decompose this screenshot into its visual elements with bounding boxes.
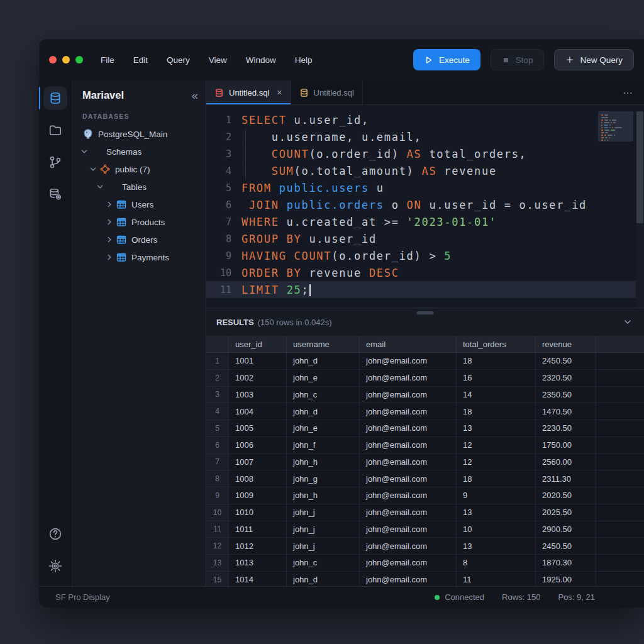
menu-item-view[interactable]: View <box>209 55 227 65</box>
close-tab-icon[interactable]: × <box>277 87 282 97</box>
cell-user_id[interactable]: 1006 <box>229 437 287 453</box>
table-row[interactable]: 121012john_jjohn@email.com132450.50 <box>206 538 644 555</box>
cell-total_orders[interactable]: 16 <box>457 370 536 386</box>
cell-total_orders[interactable]: 13 <box>457 420 536 436</box>
minimize-window-button[interactable] <box>62 56 70 64</box>
cell-username[interactable]: john_d <box>287 572 360 586</box>
new-query-button[interactable]: New Query <box>554 49 634 70</box>
cell-user_id[interactable]: 1009 <box>229 487 287 504</box>
cell-username[interactable]: john_c <box>287 387 360 403</box>
table-row[interactable]: 11001john_djohn@email.com182450.50 <box>206 353 644 370</box>
execute-button[interactable]: Execute <box>413 49 480 70</box>
cell-email[interactable]: john@email.com <box>360 387 457 403</box>
rail-item-database-settings-icon[interactable] <box>43 182 67 206</box>
cell-total_orders[interactable]: 12 <box>457 437 536 453</box>
cell-revenue[interactable]: 1870.30 <box>536 555 596 571</box>
cell-email[interactable]: john@email.com <box>360 487 457 504</box>
chevron-down-icon[interactable] <box>80 147 89 156</box>
code-line-7[interactable]: 7WHERE u.created_at >= '2023-01-01' <box>206 213 644 230</box>
sql-editor[interactable]: 1SELECT u.user_id,2 u.username, u.email,… <box>206 105 644 308</box>
code-line-10[interactable]: 10ORDER BY revenue DESC <box>206 264 644 281</box>
collapse-sidebar-icon[interactable]: « <box>191 89 197 101</box>
table-row[interactable]: 101010john_jjohn@email.com132025.50 <box>206 504 644 521</box>
menu-item-help[interactable]: Help <box>295 55 313 65</box>
cell-user_id[interactable]: 1004 <box>229 403 287 419</box>
tree-item-payments[interactable]: Payments <box>72 248 206 266</box>
cell-user_id[interactable]: 1002 <box>229 370 287 386</box>
panel-resize-handle[interactable] <box>417 311 434 314</box>
cell-email[interactable]: john@email.com <box>360 353 457 369</box>
cell-email[interactable]: john@email.com <box>360 454 457 470</box>
cell-user_id[interactable]: 1014 <box>229 572 287 586</box>
code-line-5[interactable]: 5FROM public.users u <box>206 179 644 196</box>
tree-item-orders[interactable]: Orders <box>72 231 206 248</box>
cell-user_id[interactable]: 1005 <box>229 420 287 436</box>
cell-username[interactable]: john_h <box>287 487 360 504</box>
table-row[interactable]: 81008john_gjohn@email.com182311.30 <box>206 470 644 487</box>
cell-revenue[interactable]: 2900.50 <box>536 521 596 538</box>
cell-email[interactable]: john@email.com <box>360 555 457 571</box>
more-tabs-icon[interactable]: ⋯ <box>613 80 644 104</box>
cell-username[interactable]: john_e <box>287 420 360 436</box>
cell-username[interactable]: john_j <box>287 538 360 554</box>
tree-item-users[interactable]: Users <box>72 196 206 213</box>
cell-revenue[interactable]: 2450.50 <box>536 538 596 554</box>
table-row[interactable]: 21002john_ejohn@email.com162320.50 <box>206 370 644 387</box>
table-row[interactable]: 151014john_djohn@email.com111925.00 <box>206 572 644 586</box>
tree-item-postgresql-main[interactable]: PostgreSQL_Main <box>72 125 206 143</box>
cell-email[interactable]: john@email.com <box>360 420 457 436</box>
rail-item-git-branch-icon[interactable] <box>43 150 67 174</box>
rail-item-settings-icon[interactable] <box>43 554 67 578</box>
cell-total_orders[interactable]: 8 <box>457 555 536 571</box>
cell-revenue[interactable]: 1470.50 <box>536 403 596 419</box>
cell-revenue[interactable]: 2450.50 <box>536 353 596 369</box>
chevron-right-icon[interactable] <box>105 235 114 244</box>
code-line-4[interactable]: 4 SUM(o.total_amount) AS revenue <box>206 162 644 179</box>
menu-item-edit[interactable]: Edit <box>133 55 148 65</box>
tree-item-public-7[interactable]: public (7) <box>72 160 206 178</box>
rail-item-folder-icon[interactable] <box>43 118 67 142</box>
chevron-down-icon[interactable] <box>96 182 104 191</box>
chevron-down-icon[interactable] <box>89 165 97 174</box>
chevron-right-icon[interactable] <box>105 218 114 226</box>
table-row[interactable]: 61006john_fjohn@email.com121750.00 <box>206 437 644 454</box>
rail-item-database-icon[interactable] <box>43 86 67 110</box>
cell-total_orders[interactable]: 11 <box>457 572 536 586</box>
cell-revenue[interactable]: 1925.00 <box>536 572 596 586</box>
cell-username[interactable]: john_g <box>287 470 360 487</box>
cell-total_orders[interactable]: 9 <box>457 487 536 504</box>
cell-user_id[interactable]: 1008 <box>229 470 287 487</box>
cell-revenue[interactable]: 1750.00 <box>536 437 596 453</box>
column-header-username[interactable]: username <box>287 336 360 352</box>
cell-user_id[interactable]: 1013 <box>229 555 287 571</box>
menu-item-window[interactable]: Window <box>246 55 276 65</box>
table-row[interactable]: 41004john_djohn@email.com181470.50 <box>206 403 644 420</box>
cell-email[interactable]: john@email.com <box>360 521 457 538</box>
cell-username[interactable]: john_d <box>287 403 360 419</box>
cell-revenue[interactable]: 2230.50 <box>536 420 596 436</box>
cell-revenue[interactable]: 2311.30 <box>536 470 596 487</box>
cell-user_id[interactable]: 1001 <box>229 353 287 369</box>
maximize-window-button[interactable] <box>75 56 83 64</box>
code-line-8[interactable]: 8GROUP BY u.user_id <box>206 230 644 247</box>
table-row[interactable]: 131013john_cjohn@email.com81870.30 <box>206 555 644 572</box>
tree-item-schemas[interactable]: Schemas <box>72 143 206 160</box>
cell-username[interactable]: john_e <box>287 370 360 386</box>
cell-revenue[interactable]: 2320.50 <box>536 370 596 386</box>
code-line-3[interactable]: 3 COUNT(o.order_id) AS total_orders, <box>206 145 644 162</box>
code-line-11[interactable]: 11LIMIT 25; <box>206 281 644 298</box>
column-header-email[interactable]: email <box>360 336 457 352</box>
close-window-button[interactable] <box>49 56 57 64</box>
tree-item-products[interactable]: Products <box>72 213 206 231</box>
cell-email[interactable]: john@email.com <box>360 403 457 419</box>
cell-email[interactable]: john@email.com <box>360 538 457 554</box>
code-line-2[interactable]: 2 u.username, u.email, <box>206 128 644 145</box>
cell-revenue[interactable]: 2350.50 <box>536 387 596 403</box>
cell-revenue[interactable]: 2560.00 <box>536 454 596 470</box>
cell-email[interactable]: john@email.com <box>360 470 457 487</box>
table-row[interactable]: 71007john_hjohn@email.com122560.00 <box>206 454 644 471</box>
rail-item-help-icon[interactable] <box>43 522 67 546</box>
tab-1[interactable]: Untitled.sql× <box>206 80 291 104</box>
cell-email[interactable]: john@email.com <box>360 504 457 521</box>
scrollbar-thumb[interactable] <box>636 111 643 223</box>
